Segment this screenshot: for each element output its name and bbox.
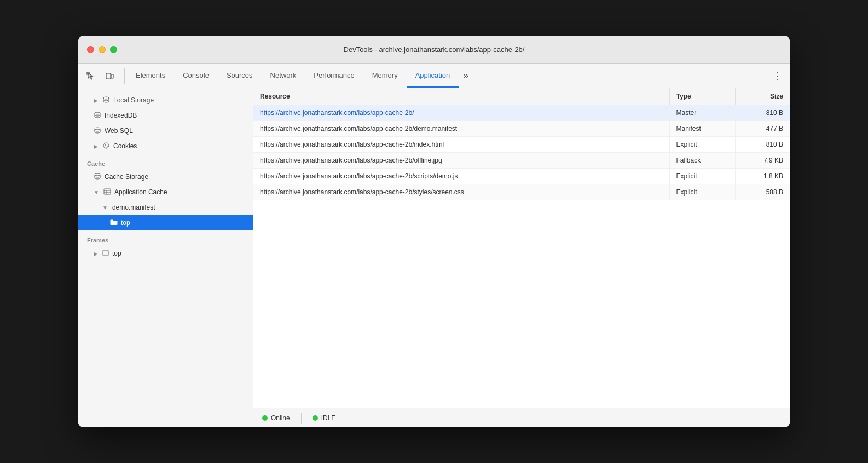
resource-cell: https://archive.jonathanstark.com/labs/a… xyxy=(253,153,669,169)
idle-dot xyxy=(313,415,318,421)
online-label: Online xyxy=(271,414,290,422)
idle-indicator: IDLE xyxy=(313,414,336,422)
sidebar-item-cookies[interactable]: ▶ Cookies xyxy=(78,138,253,154)
svg-rect-1 xyxy=(106,73,111,79)
tab-application[interactable]: Application xyxy=(407,64,459,88)
type-cell: Explicit xyxy=(669,137,735,153)
size-cell: 810 B xyxy=(735,105,790,121)
size-cell: 477 B xyxy=(735,121,790,137)
size-cell: 1.8 KB xyxy=(735,169,790,184)
table-row[interactable]: https://archive.jonathanstark.com/labs/a… xyxy=(253,105,790,121)
tab-sources[interactable]: Sources xyxy=(218,64,262,88)
sidebar-item-demo-manifest[interactable]: ▼ demo.manifest xyxy=(78,200,253,215)
svg-point-3 xyxy=(103,97,109,99)
status-bar: Online IDLE xyxy=(253,408,790,427)
inspect-element-button[interactable] xyxy=(83,68,99,84)
table-row[interactable]: https://archive.jonathanstark.com/labs/a… xyxy=(253,137,790,153)
sidebar-item-top-frame[interactable]: ▶ top xyxy=(78,246,253,261)
frames-section-label: Frames xyxy=(78,230,253,246)
status-divider xyxy=(301,413,302,424)
cache-storage-label: Cache Storage xyxy=(105,173,244,181)
idle-label: IDLE xyxy=(321,414,336,422)
local-storage-label: Local Storage xyxy=(113,96,244,104)
application-cache-label: Application Cache xyxy=(114,188,244,196)
sidebar-item-cache-storage[interactable]: Cache Storage xyxy=(78,169,253,184)
cache-section-label: Cache xyxy=(78,154,253,169)
devtools-window: DevTools - archive.jonathanstark.com/lab… xyxy=(78,36,790,427)
svg-point-4 xyxy=(95,112,100,114)
resource-cell: https://archive.jonathanstark.com/labs/a… xyxy=(253,105,669,121)
tab-console[interactable]: Console xyxy=(174,64,218,88)
type-cell: Fallback xyxy=(669,153,735,169)
devtools-toolbar: Elements Console Sources Network Perform… xyxy=(78,64,790,88)
resources-table: Resource Type Size https://archive.jonat… xyxy=(253,88,790,200)
svg-rect-2 xyxy=(111,74,113,78)
type-cell: Explicit xyxy=(669,184,735,200)
cursor-icon xyxy=(86,72,95,80)
online-dot xyxy=(262,415,268,421)
resource-cell: https://archive.jonathanstark.com/labs/a… xyxy=(253,121,669,137)
demo-manifest-label: demo.manifest xyxy=(112,204,244,211)
top-cache-label: top xyxy=(121,219,244,227)
close-button[interactable] xyxy=(87,46,94,53)
type-cell: Master xyxy=(669,105,735,121)
cookies-expander-icon: ▶ xyxy=(94,143,98,149)
size-cell: 810 B xyxy=(735,137,790,153)
svg-point-10 xyxy=(95,173,100,176)
device-icon xyxy=(105,72,114,80)
maximize-button[interactable] xyxy=(110,46,117,53)
sidebar: ▶ Local Storage IndexedDB Web SQL ▶ xyxy=(78,88,253,427)
svg-rect-11 xyxy=(104,189,111,194)
table-row[interactable]: https://archive.jonathanstark.com/labs/a… xyxy=(253,153,790,169)
data-table: Resource Type Size https://archive.jonat… xyxy=(253,88,790,408)
resource-cell: https://archive.jonathanstark.com/labs/a… xyxy=(253,169,669,184)
svg-point-5 xyxy=(95,128,100,130)
main-panel: Resource Type Size https://archive.jonat… xyxy=(253,88,790,427)
table-row[interactable]: https://archive.jonathanstark.com/labs/a… xyxy=(253,121,790,137)
minimize-button[interactable] xyxy=(99,46,106,53)
window-title: DevTools - archive.jonathanstark.com/lab… xyxy=(344,45,525,54)
top-frame-expander-icon: ▶ xyxy=(94,251,98,257)
online-indicator: Online xyxy=(262,414,290,422)
app-cache-icon xyxy=(103,188,111,197)
sidebar-item-indexed-db[interactable]: IndexedDB xyxy=(78,108,253,123)
tab-memory[interactable]: Memory xyxy=(363,64,407,88)
toolbar-icons xyxy=(83,68,125,84)
device-toolbar-button[interactable] xyxy=(101,68,118,84)
title-bar: DevTools - archive.jonathanstark.com/lab… xyxy=(78,36,790,64)
resource-cell: https://archive.jonathanstark.com/labs/a… xyxy=(253,137,669,153)
web-sql-icon xyxy=(94,126,101,136)
cookies-label: Cookies xyxy=(113,142,244,150)
svg-point-9 xyxy=(106,147,107,148)
cookies-icon xyxy=(102,142,110,151)
tab-performance[interactable]: Performance xyxy=(305,64,363,88)
type-cell: Manifest xyxy=(669,121,735,137)
main-content: ▶ Local Storage IndexedDB Web SQL ▶ xyxy=(78,88,790,427)
cache-storage-icon xyxy=(94,172,101,182)
sidebar-item-web-sql[interactable]: Web SQL xyxy=(78,123,253,138)
sidebar-item-local-storage[interactable]: ▶ Local Storage xyxy=(78,92,253,108)
tab-network[interactable]: Network xyxy=(262,64,305,88)
tab-elements[interactable]: Elements xyxy=(127,64,174,88)
type-cell: Explicit xyxy=(669,169,735,184)
more-tabs-button[interactable]: » xyxy=(459,64,473,88)
col-header-resource: Resource xyxy=(253,88,669,105)
sidebar-item-application-cache[interactable]: ▼ Application Cache xyxy=(78,184,253,200)
svg-point-8 xyxy=(107,146,108,147)
devtools-menu-button[interactable]: ⋮ xyxy=(769,68,785,84)
size-cell: 7.9 KB xyxy=(735,153,790,169)
local-storage-icon xyxy=(102,96,110,105)
table-row[interactable]: https://archive.jonathanstark.com/labs/a… xyxy=(253,169,790,184)
demo-manifest-expander-icon: ▼ xyxy=(102,205,108,211)
top-frame-label: top xyxy=(112,250,244,257)
resource-cell: https://archive.jonathanstark.com/labs/a… xyxy=(253,184,669,200)
tab-list: Elements Console Sources Network Perform… xyxy=(127,64,765,88)
col-header-type: Type xyxy=(669,88,735,105)
web-sql-label: Web SQL xyxy=(105,127,244,135)
sidebar-item-top-cache[interactable]: top xyxy=(78,215,253,230)
frame-icon xyxy=(102,249,109,258)
indexed-db-icon xyxy=(94,111,101,120)
table-row[interactable]: https://archive.jonathanstark.com/labs/a… xyxy=(253,184,790,200)
folder-icon xyxy=(110,218,118,228)
svg-point-7 xyxy=(105,144,106,146)
